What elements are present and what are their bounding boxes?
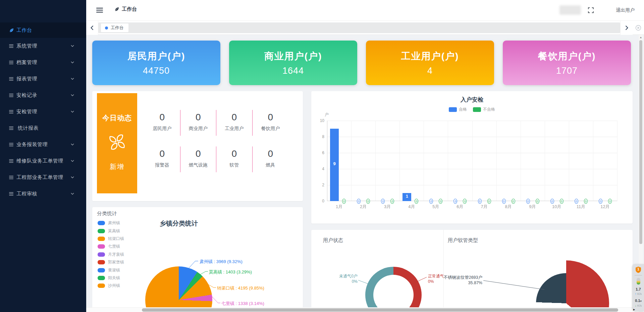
sidebar-item-5[interactable]: 安检管理 (0, 104, 86, 120)
sidebar-item-10[interactable]: 工程审核 (0, 186, 86, 202)
township-pie-chart (145, 266, 212, 312)
tab-active-dot-icon (105, 26, 108, 29)
fullscreen-icon[interactable] (588, 7, 594, 14)
chart-legend: 合格不合格 (311, 107, 633, 112)
donut-label-left: 未通气0户0% (328, 273, 358, 284)
menu-icon (9, 77, 13, 81)
donut-label-right: 正常通气0户0% (428, 273, 443, 284)
upload-speed: 1.7 ↑ K/s (635, 287, 642, 296)
pie-legend-item-郭家堡镇[interactable]: 郭家堡镇 (98, 258, 124, 266)
sidebar-item-2[interactable]: 档案管理 (0, 54, 86, 71)
menu-icon (9, 143, 13, 146)
zero-marker-3月-合格: 0 (381, 199, 385, 204)
sidebar-item-8[interactable]: 维修队业务工单管理 (0, 153, 86, 169)
zero-marker-8月-不合格: 0 (512, 199, 515, 204)
sidebar-item-0[interactable]: 工作台 (0, 22, 86, 38)
menu-icon (9, 176, 13, 179)
pie-legend-item-转渠口镇[interactable]: 转渠口镇 (98, 235, 124, 243)
vertical-scrollbar-thumb[interactable] (639, 40, 642, 244)
menu-icon (9, 192, 13, 196)
pie-legend-item-莫高镇[interactable]: 莫高镇 (98, 227, 124, 235)
zero-marker-12月-不合格: 0 (608, 199, 612, 204)
stat-card-value: 1707 (556, 66, 578, 76)
zero-marker-9月-不合格: 0 (536, 199, 539, 204)
zero-marker-6月-不合格: 0 (463, 199, 467, 204)
sidebar-item-label: 统计报表 (18, 125, 39, 131)
pie-data-label-七里镇: 七里镇 : 1338 (3.14%) (221, 301, 264, 307)
zero-marker-2月-合格: 0 (357, 199, 361, 204)
download-speed: 0.1▾ ↓ K/s (635, 298, 642, 308)
tab-scroll-right-button[interactable] (620, 21, 633, 35)
y-tick: 0 (314, 199, 324, 203)
legend-item-不合格[interactable]: 不合格 (473, 107, 495, 112)
zero-marker-5月-不合格: 0 (439, 199, 442, 204)
pie-legend-item-月牙泉镇[interactable]: 月牙泉镇 (98, 251, 124, 258)
pie-data-label-转渠口镇: 转渠口镇 : 4195 (9.85%) (217, 285, 264, 291)
net-speed-widget[interactable]: 1 1.7 ↑ K/s 0.1▾ ↓ K/s ▶ (633, 264, 644, 311)
leaf-icon (9, 28, 14, 33)
today-stat-报警器: 0报警器 (144, 146, 180, 172)
expand-arrow-icon[interactable]: ▶ (633, 308, 635, 311)
y-tick: 8 (314, 134, 324, 139)
stat-card-label: 餐饮用户(户) (538, 50, 596, 63)
sidebar-item-label: 档案管理 (16, 59, 37, 66)
stat-card-value: 4 (427, 66, 433, 76)
zero-marker-10月-合格: 0 (550, 199, 554, 204)
tab-close-icon[interactable] (633, 21, 644, 35)
horizontal-scrollbar-thumb[interactable] (142, 308, 618, 312)
pie-legend-item-七里镇[interactable]: 七里镇 (98, 243, 124, 250)
status-charts-panel: 用户状态 用户软管类型 未通气0户0% 正常通气0户0% 不锈钢波纹管2693户… (311, 230, 633, 312)
sidebar-item-9[interactable]: 工程部业务工单管理 (0, 169, 86, 186)
caret-down-icon: ▾ (640, 300, 642, 303)
pie-legend-item-沙州镇[interactable]: 沙州镇 (98, 282, 124, 290)
today-stat-软管: 0软管 (216, 146, 253, 172)
username-redacted (559, 5, 581, 15)
sidebar-item-label: 报表管理 (16, 76, 37, 82)
sidebar-item-6[interactable]: 统计报表 (0, 120, 86, 136)
logout-button[interactable]: 退出用户 (616, 7, 635, 13)
tab-scroll-left-button[interactable] (86, 21, 98, 35)
widget-divider (635, 275, 642, 275)
stat-card-value: 44750 (143, 66, 170, 76)
zero-marker-8月-合格: 0 (502, 199, 506, 204)
pinwheel-icon (108, 133, 126, 153)
leaf-icon (114, 7, 119, 12)
zero-marker-3月-不合格: 0 (390, 199, 394, 204)
hamburger-menu-icon[interactable] (96, 8, 103, 14)
today-stat-燃具: 0燃具 (253, 146, 289, 172)
sidebar-item-7[interactable]: 业务报装管理 (0, 136, 86, 153)
pie-legend-item-阳关镇[interactable]: 阳关镇 (98, 274, 124, 282)
capsule-icon[interactable] (637, 278, 640, 285)
sidebar-item-3[interactable]: 报表管理 (0, 71, 86, 87)
menu-icon (9, 61, 13, 64)
horizontal-scrollbar[interactable] (86, 307, 639, 312)
x-tick: 8月 (498, 204, 519, 210)
menu-icon (9, 93, 13, 97)
tab-workbench[interactable]: 工作台 (101, 23, 128, 32)
y-tick: 6 (314, 150, 324, 155)
page-title: 工作台 (114, 6, 137, 12)
sidebar: 工作台系统管理档案管理报表管理安检记录安检管理统计报表业务报装管理维修队业务工单… (0, 0, 86, 312)
today-stats-grid: 0居民用户0商业用户0工业用户0餐饮用户0报警器0燃气设施0软管0燃具 (144, 110, 288, 172)
sidebar-item-1[interactable]: 系统管理 (0, 38, 86, 54)
chart-title: 入户安检 (311, 96, 633, 104)
zero-marker-4月-不合格: 0 (415, 199, 418, 204)
legend-item-合格[interactable]: 合格 (449, 107, 467, 112)
pie-legend-item-肃州镇[interactable]: 肃州镇 (98, 219, 124, 227)
zero-marker-6月-合格: 0 (453, 199, 457, 204)
zero-marker-12月-合格: 0 (599, 199, 602, 204)
bar-chart: 02468101月902月003月004月105月006月007月008月009… (327, 121, 617, 201)
x-tick: 4月 (401, 204, 422, 210)
sidebar-item-label: 业务报装管理 (16, 141, 48, 148)
x-tick: 3月 (377, 204, 397, 210)
sidebar-item-4[interactable]: 安检记录 (0, 87, 86, 104)
zero-marker-1月-不合格: 0 (342, 199, 346, 204)
shield-icon[interactable]: 1 (635, 266, 641, 273)
x-tick: 6月 (450, 204, 470, 210)
stat-card-3: 餐饮用户(户)1707 (503, 41, 631, 85)
pie-legend-item-黄渠镇[interactable]: 黄渠镇 (98, 266, 124, 274)
zero-marker-5月-合格: 0 (429, 199, 433, 204)
scroll-up-arrow-icon[interactable]: ▲ (639, 36, 643, 39)
x-tick: 1月 (329, 204, 349, 210)
inspection-chart-panel: 入户安检 合格不合格 户 02468101月902月003月004月105月00… (311, 91, 633, 224)
